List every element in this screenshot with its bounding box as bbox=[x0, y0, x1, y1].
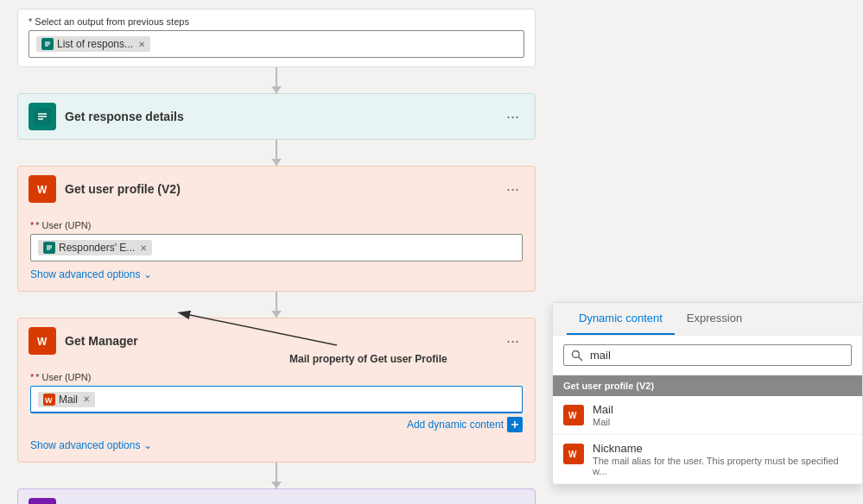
select-output-input[interactable]: List of respons... ✕ bbox=[29, 30, 524, 58]
connector-2 bbox=[17, 140, 536, 166]
get-manager-icon: W bbox=[29, 327, 56, 355]
mail-close-icon[interactable]: ✕ bbox=[83, 394, 90, 404]
show-advanced-label-1: Show advanced options bbox=[30, 268, 140, 280]
get-user-profile-icon: W bbox=[29, 175, 56, 203]
svg-line-27 bbox=[579, 356, 583, 361]
add-dynamic-button[interactable]: Add dynamic content bbox=[407, 419, 504, 431]
upn-input-2[interactable]: W Mail ✕ bbox=[30, 386, 523, 413]
mail-item-content: Mail Mail bbox=[593, 403, 613, 427]
svg-point-26 bbox=[573, 350, 580, 357]
arrow-2 bbox=[271, 159, 282, 166]
svg-text:W: W bbox=[37, 184, 48, 196]
show-advanced-label-2: Show advanced options bbox=[30, 439, 140, 451]
get-user-profile-block: W Get user profile (V2) ··· ** User (UPN… bbox=[17, 166, 536, 292]
nickname-item-content: Nickname The mail alias for the user. Th… bbox=[593, 442, 852, 476]
dynamic-content-panel: Dynamic content Expression Get user prof… bbox=[552, 302, 863, 485]
svg-text:W: W bbox=[568, 450, 577, 459]
panel-section-header: Get user profile (V2) bbox=[553, 375, 862, 396]
search-icon bbox=[571, 350, 583, 362]
responders-close-icon[interactable]: ✕ bbox=[140, 243, 147, 253]
dynamic-item-mail[interactable]: W Mail Mail bbox=[553, 396, 862, 435]
get-manager-header: W Get Manager ··· bbox=[18, 318, 535, 363]
search-input[interactable] bbox=[590, 349, 844, 362]
chevron-down-icon-1: ⌄ bbox=[143, 268, 152, 280]
svg-text:W: W bbox=[45, 396, 53, 405]
token-label: List of respons... bbox=[57, 38, 133, 50]
parse-json-icon: {} bbox=[29, 498, 56, 504]
connector-4 bbox=[17, 463, 536, 488]
select-output-label: * Select an output from previous steps bbox=[29, 16, 524, 27]
arrow-3 bbox=[271, 311, 282, 318]
get-response-details-header: Get response details ··· bbox=[18, 94, 535, 139]
get-user-profile-header: W Get user profile (V2) ··· bbox=[18, 167, 535, 211]
arrow-1 bbox=[271, 86, 282, 93]
parse-json-menu[interactable]: ··· bbox=[501, 501, 524, 505]
get-manager-block: W Get Manager ··· ** User (UPN) W bbox=[17, 318, 536, 463]
get-user-profile-title: Get user profile (V2) bbox=[65, 182, 501, 196]
mail-token-icon: W bbox=[43, 394, 55, 406]
connector-1 bbox=[17, 67, 536, 93]
chevron-down-icon-2: ⌄ bbox=[143, 439, 152, 451]
responders-token-icon bbox=[43, 242, 55, 254]
dynamic-item-nickname[interactable]: W Nickname The mail alias for the user. … bbox=[553, 435, 862, 484]
main-canvas: * Select an output from previous steps L… bbox=[0, 0, 553, 504]
get-response-details-menu[interactable]: ··· bbox=[501, 106, 524, 128]
mail-token-label: Mail bbox=[59, 394, 78, 406]
get-response-details-block: Get response details ··· bbox=[17, 93, 536, 140]
nickname-item-desc: The mail alias for the user. This proper… bbox=[593, 456, 852, 476]
get-response-details-title: Get response details bbox=[65, 110, 501, 123]
add-dynamic-icon bbox=[507, 417, 523, 432]
add-dynamic-content: Add dynamic content bbox=[30, 417, 523, 432]
connector-3 bbox=[17, 292, 536, 318]
upn-label-1: ** User (UPN) bbox=[30, 220, 523, 230]
svg-text:W: W bbox=[568, 411, 577, 420]
get-manager-menu[interactable]: ··· bbox=[501, 331, 524, 352]
get-user-profile-menu[interactable]: ··· bbox=[501, 179, 524, 200]
token-icon bbox=[41, 38, 54, 50]
panel-tabs: Dynamic content Expression bbox=[553, 303, 862, 336]
get-response-details-icon bbox=[29, 103, 56, 130]
nickname-item-icon: W bbox=[563, 444, 584, 464]
show-advanced-1[interactable]: Show advanced options ⌄ bbox=[30, 268, 523, 280]
show-advanced-2[interactable]: Show advanced options ⌄ bbox=[30, 439, 523, 451]
responders-token-label: Responders' E... bbox=[59, 242, 135, 254]
mail-item-icon: W bbox=[563, 405, 584, 425]
svg-text:W: W bbox=[37, 336, 48, 348]
mail-item-desc: Mail bbox=[593, 417, 613, 427]
get-manager-body: ** User (UPN) W Mail ✕ bbox=[18, 363, 535, 462]
parse-json-block: {} Parse JSON ··· bbox=[17, 488, 536, 504]
panel-search-area bbox=[553, 336, 862, 375]
responders-token[interactable]: Responders' E... ✕ bbox=[38, 240, 152, 255]
tab-dynamic-content[interactable]: Dynamic content bbox=[567, 303, 675, 335]
select-output-block: * Select an output from previous steps L… bbox=[17, 9, 536, 67]
upn-label-2: ** User (UPN) bbox=[30, 372, 523, 382]
get-manager-title: Get Manager bbox=[65, 334, 501, 348]
token-close-icon[interactable]: ✕ bbox=[138, 40, 145, 49]
mail-item-title: Mail bbox=[593, 403, 613, 416]
get-user-profile-body: ** User (UPN) Responders' E... bbox=[18, 211, 535, 291]
upn-input-1[interactable]: Responders' E... ✕ bbox=[30, 234, 523, 261]
search-input-wrapper bbox=[563, 344, 852, 366]
list-of-responses-token[interactable]: List of respons... ✕ bbox=[36, 36, 150, 52]
mail-token[interactable]: W Mail ✕ bbox=[38, 392, 95, 407]
tab-expression[interactable]: Expression bbox=[675, 303, 754, 335]
nickname-item-title: Nickname bbox=[593, 442, 852, 455]
arrow-4 bbox=[271, 482, 282, 488]
parse-json-header: {} Parse JSON ··· bbox=[18, 489, 535, 504]
